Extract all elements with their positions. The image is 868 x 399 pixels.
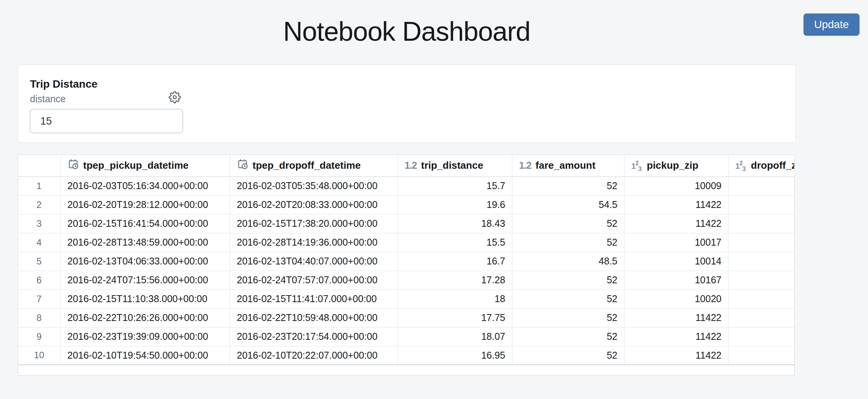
cell-trip_distance: 15.7 [398,176,512,195]
column-label: pickup_zip [647,160,698,171]
cell-trip_distance: 17.75 [398,308,512,327]
cell-fare_amount: 52 [512,214,624,233]
cell-fare_amount: 52 [512,176,624,195]
header-row: tpep_pickup_datetimetpep_dropoff_datetim… [18,155,795,176]
corner-header-cell [18,155,60,176]
cell-trip_distance: 18.07 [398,327,512,346]
widget-card: Trip Distance distance [18,65,796,143]
cell-tpep_dropoff_datetime: 2016-02-03T05:35:48.000+00:00 [230,176,398,195]
decimal-icon: 1.2 [519,160,532,171]
column-header-trip_distance[interactable]: 1.2trip_distance [398,155,512,176]
table-row: 72016-02-15T11:10:38.000+00:002016-02-15… [18,289,795,308]
cell-fare_amount: 52 [512,346,624,365]
page-title: Notebook Dashboard [18,15,796,48]
cell-trip_distance: 16.7 [398,252,512,271]
cell-tpep_pickup_datetime: 2016-02-10T19:54:50.000+00:00 [60,346,230,365]
integer-icon: 123 [735,160,747,171]
cell-fare_amount: 52 [512,327,624,346]
cell-row_index: 2 [18,195,60,214]
cell-pickup_zip: 11422 [624,346,728,365]
column-header-tpep_dropoff_datetime[interactable]: tpep_dropoff_datetime [230,155,398,176]
cell-tpep_dropoff_datetime: 2016-02-22T10:59:48.000+00:00 [230,308,398,327]
cell-trip_distance: 19.6 [398,195,512,214]
cell-tpep_dropoff_datetime: 2016-02-24T07:57:07.000+00:00 [230,271,398,289]
table-row: 42016-02-28T13:48:59.000+00:002016-02-28… [18,233,795,252]
cell-row_index: 7 [18,289,60,308]
cell-trip_distance: 15.5 [398,233,512,252]
column-label: fare_amount [535,160,595,171]
cell-trip_distance: 17.28 [398,271,512,289]
column-header-dropoff_zip[interactable]: 123dropoff_zip [728,155,795,176]
column-label: tpep_pickup_datetime [83,160,189,171]
column-header-pickup_zip[interactable]: 123pickup_zip [624,155,728,176]
cell-fare_amount: 52 [512,233,624,252]
cell-pickup_zip: 10020 [624,289,728,308]
cell-pickup_zip: 10017 [624,233,728,252]
cell-trip_distance: 18.43 [398,214,512,233]
cell-tpep_pickup_datetime: 2016-02-13T04:06:33.000+00:00 [60,252,230,271]
table-row: 22016-02-20T19:28:12.000+00:002016-02-20… [18,195,795,214]
widget-param-name: distance [30,93,66,105]
cell-tpep_dropoff_datetime: 2016-02-28T14:19:36.000+00:00 [230,233,398,252]
update-button[interactable]: Update [803,13,860,36]
cell-dropoff_zip [728,176,795,195]
cell-tpep_dropoff_datetime: 2016-02-20T20:08:33.000+00:00 [230,195,398,214]
data-table: tpep_pickup_datetimetpep_dropoff_datetim… [18,155,795,365]
decimal-icon: 1.2 [405,160,417,171]
column-label: trip_distance [421,160,483,171]
cell-pickup_zip: 10014 [624,252,728,271]
cell-tpep_pickup_datetime: 2016-02-15T11:10:38.000+00:00 [60,289,230,308]
cell-tpep_dropoff_datetime: 2016-02-13T04:40:07.000+00:00 [230,252,398,271]
column-header-tpep_pickup_datetime[interactable]: tpep_pickup_datetime [60,155,230,176]
cell-pickup_zip: 11422 [624,195,728,214]
calendar-clock-icon [237,158,248,173]
table-row: 92016-02-23T19:39:09.000+00:002016-02-23… [18,327,795,346]
cell-pickup_zip: 11422 [624,327,728,346]
column-label: tpep_dropoff_datetime [253,160,361,171]
cell-tpep_pickup_datetime: 2016-02-03T05:16:34.000+00:00 [60,176,230,195]
cell-fare_amount: 48.5 [512,252,624,271]
cell-row_index: 9 [18,327,60,346]
cell-dropoff_zip [728,252,795,271]
cell-fare_amount: 52 [512,271,624,289]
table-row: 102016-02-10T19:54:50.000+00:002016-02-1… [18,346,795,365]
cell-dropoff_zip [728,346,795,365]
cell-tpep_dropoff_datetime: 2016-02-23T20:17:54.000+00:00 [230,327,398,346]
cell-dropoff_zip [728,214,795,233]
cell-row_index: 1 [18,176,60,195]
cell-pickup_zip: 11422 [624,214,728,233]
cell-dropoff_zip [728,289,795,308]
cell-row_index: 6 [18,271,60,289]
cell-dropoff_zip [728,308,795,327]
column-label: dropoff_zip [751,160,795,171]
cell-dropoff_zip [728,233,795,252]
cell-trip_distance: 18 [398,289,512,308]
cell-row_index: 10 [18,346,60,365]
table-row: 52016-02-13T04:06:33.000+00:002016-02-13… [18,252,795,271]
cell-fare_amount: 54.5 [512,195,624,214]
table-row: 62016-02-24T07:15:56.000+00:002016-02-24… [18,271,795,289]
distance-input[interactable] [30,109,183,133]
column-header-fare_amount[interactable]: 1.2fare_amount [512,155,624,176]
widget-title: Trip Distance [30,78,98,90]
integer-icon: 123 [631,160,643,171]
cell-dropoff_zip [728,195,795,214]
cell-tpep_pickup_datetime: 2016-02-28T13:48:59.000+00:00 [60,233,230,252]
cell-fare_amount: 52 [512,308,624,327]
cell-dropoff_zip [728,271,795,289]
cell-tpep_pickup_datetime: 2016-02-22T10:26:26.000+00:00 [60,308,230,327]
gear-icon[interactable] [169,91,181,103]
cell-pickup_zip: 11422 [624,308,728,327]
cell-row_index: 4 [18,233,60,252]
cell-tpep_dropoff_datetime: 2016-02-15T11:41:07.000+00:00 [230,289,398,308]
cell-row_index: 5 [18,252,60,271]
cell-pickup_zip: 10167 [624,271,728,289]
cell-tpep_dropoff_datetime: 2016-02-15T17:38:20.000+00:00 [230,214,398,233]
cell-tpep_pickup_datetime: 2016-02-15T16:41:54.000+00:00 [60,214,230,233]
cell-dropoff_zip [728,327,795,346]
cell-tpep_pickup_datetime: 2016-02-24T07:15:56.000+00:00 [60,271,230,289]
cell-tpep_dropoff_datetime: 2016-02-10T20:22:07.000+00:00 [230,346,398,365]
table-row: 32016-02-15T16:41:54.000+00:002016-02-15… [18,214,795,233]
cell-pickup_zip: 10009 [624,176,728,195]
cell-row_index: 3 [18,214,60,233]
